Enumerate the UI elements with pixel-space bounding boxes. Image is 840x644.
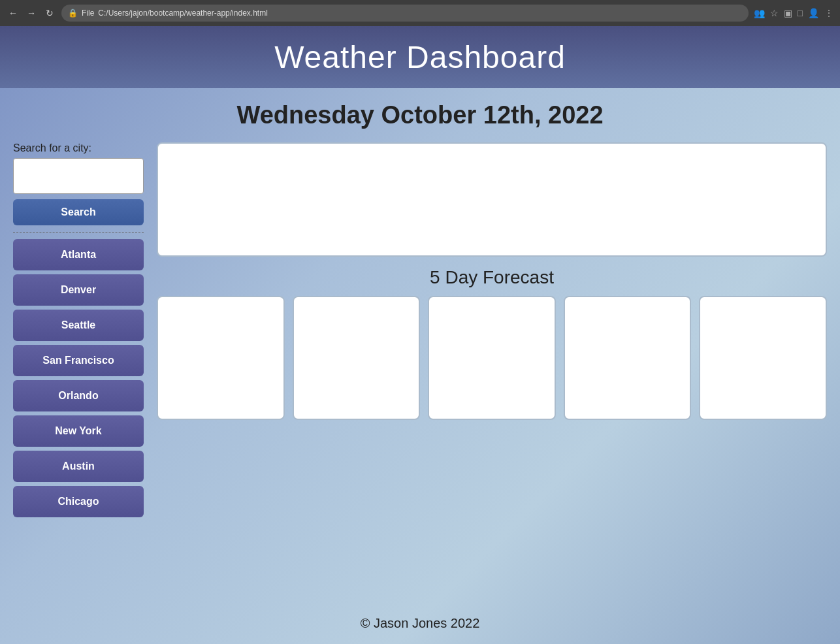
address-url: C:/Users/jajon/bootcamp/weather-app/inde… (98, 8, 267, 18)
star-icon: ☆ (770, 8, 779, 18)
city-button-san-francisco[interactable]: San Francisco (13, 345, 144, 376)
app-header: Weather Dashboard (0, 26, 840, 88)
content-layout: Search for a city: Search Atlanta Denver… (13, 142, 827, 590)
city-button-chicago[interactable]: Chicago (13, 486, 144, 517)
city-button-denver[interactable]: Denver (13, 274, 144, 306)
browser-chrome: ← → ↻ 🔒 File C:/Users/jajon/bootcamp/wea… (0, 0, 840, 26)
lock-icon: 🔒 (68, 8, 78, 18)
app-title: Weather Dashboard (13, 39, 827, 75)
address-bar: 🔒 File C:/Users/jajon/bootcamp/weather-a… (61, 5, 749, 22)
city-button-orlando[interactable]: Orlando (13, 380, 144, 411)
sidebar: Search for a city: Search Atlanta Denver… (13, 142, 144, 590)
copyright-text: © Jason Jones 2022 (361, 616, 480, 630)
forecast-section: 5 Day Forecast (157, 267, 827, 420)
forecast-card-5 (699, 296, 827, 420)
forward-button[interactable]: → (25, 7, 38, 20)
share-icon: 👥 (754, 8, 765, 18)
date-display: Wednesday October 12th, 2022 (13, 101, 827, 129)
current-weather-card (157, 142, 827, 257)
city-button-new-york[interactable]: New York (13, 415, 144, 447)
forecast-title: 5 Day Forecast (157, 267, 827, 288)
back-button[interactable]: ← (7, 7, 20, 20)
main-content: Wednesday October 12th, 2022 Search for … (0, 88, 840, 603)
profile-icon: 👤 (808, 8, 819, 18)
forecast-card-1 (157, 296, 285, 420)
forecast-cards (157, 296, 827, 420)
city-button-seattle[interactable]: Seattle (13, 310, 144, 341)
city-button-austin[interactable]: Austin (13, 451, 144, 482)
forecast-card-3 (428, 296, 556, 420)
forecast-card-2 (293, 296, 421, 420)
browser-toolbar-icons: 👥 ☆ ▣ □ 👤 ⋮ (754, 8, 833, 18)
extensions-icon: ▣ (784, 8, 792, 18)
main-panel: 5 Day Forecast (157, 142, 827, 590)
fullscreen-icon: □ (798, 8, 803, 18)
search-label: Search for a city: (13, 142, 144, 154)
reload-button[interactable]: ↻ (43, 7, 56, 20)
forecast-card-4 (564, 296, 692, 420)
city-button-atlanta[interactable]: Atlanta (13, 239, 144, 270)
menu-icon: ⋮ (824, 8, 833, 18)
app-footer: © Jason Jones 2022 (0, 603, 840, 644)
city-search-input[interactable] (13, 158, 144, 194)
sidebar-divider (13, 232, 144, 233)
file-label: File (82, 8, 94, 18)
search-button[interactable]: Search (13, 199, 144, 225)
